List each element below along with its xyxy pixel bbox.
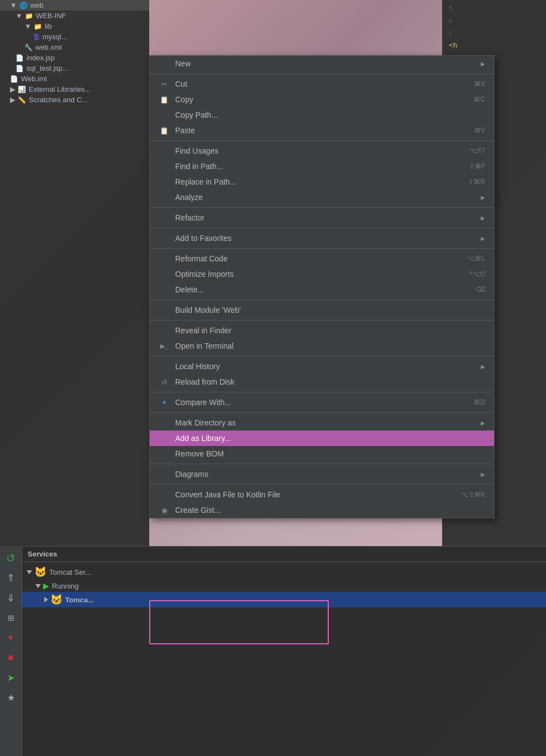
menu-item-replace-path[interactable]: Replace in Path... ⇧⌘R bbox=[150, 174, 494, 190]
services-header: Services bbox=[22, 547, 546, 562]
tree-item-mysql[interactable]: 🗜 mysql... bbox=[0, 32, 149, 42]
iml-icon: 📄 bbox=[10, 75, 18, 83]
tomcat-icon: 🐱 bbox=[34, 566, 46, 578]
jar-icon: 🗜 bbox=[33, 33, 40, 41]
run-services-icon[interactable]: ➤ bbox=[3, 670, 19, 685]
services-tree: 🐱 Tomcat Ser... ▶ Running 🐱 Tomca... bbox=[22, 562, 546, 610]
run-arrow-icon: ▶ bbox=[43, 581, 49, 590]
tree-item-web[interactable]: ▼ 🌐 web bbox=[0, 0, 149, 11]
menu-item-refactor[interactable]: Refactor bbox=[150, 210, 494, 225]
terminal-icon: ▶_ bbox=[159, 343, 170, 350]
expand-arrow-tomcat bbox=[27, 570, 32, 574]
jsp-sql-icon: 📄 bbox=[15, 65, 24, 72]
menu-item-analyze[interactable]: Analyze bbox=[150, 190, 494, 205]
menu-item-terminal[interactable]: ▶_ Open in Terminal bbox=[150, 338, 494, 354]
services-panel: ↺ ⇑ ⇓ ⊞ ▼ ■ ➤ ★ Services 🐱 Tomcat Ser...… bbox=[0, 546, 546, 756]
menu-item-cut[interactable]: ✂ Cut ⌘X bbox=[150, 76, 494, 92]
jsp-index-icon: 📄 bbox=[15, 54, 24, 62]
folder-lib-icon: 📁 bbox=[34, 23, 42, 30]
expand-arrow-instance bbox=[44, 597, 48, 602]
menu-item-paste[interactable]: 📋 Paste ⌘V bbox=[150, 123, 494, 138]
tree-item-webxml[interactable]: 🔧 web.xml bbox=[0, 42, 149, 53]
svc-item-tomcat[interactable]: 🐱 Tomcat Ser... bbox=[22, 564, 546, 580]
menu-item-reformat[interactable]: Reformat Code ⌥⌘L bbox=[150, 251, 494, 266]
reload-disk-icon: ↺ bbox=[159, 378, 170, 386]
services-content: Services 🐱 Tomcat Ser... ▶ Running 🐱 bbox=[22, 547, 546, 610]
tree-item-scratches[interactable]: ▶ ✏️ Scratches and C... bbox=[0, 95, 149, 105]
group-services-icon[interactable]: ⊞ bbox=[3, 610, 19, 626]
separator-6 bbox=[150, 300, 494, 300]
separator-1 bbox=[150, 74, 494, 74]
menu-item-copy-path[interactable]: Copy Path... bbox=[150, 107, 494, 123]
reload-services-icon[interactable]: ↺ bbox=[3, 550, 19, 566]
svc-item-tomcat-instance[interactable]: 🐱 Tomca... bbox=[22, 592, 546, 607]
menu-item-compare[interactable]: ✦ Compare With... ⌘D bbox=[150, 395, 494, 410]
file-tree-panel: ▼ 🌐 web ▼ 📁 WEB-INF ▼ 📁 lib 🗜 mysql... 🔧… bbox=[0, 0, 149, 553]
menu-item-find-path[interactable]: Find in Path... ⇧⌘F bbox=[150, 159, 494, 174]
menu-item-kotlin[interactable]: Convert Java File to Kotlin File ⌥⇧⌘K bbox=[150, 487, 494, 502]
copy-icon: 📋 bbox=[159, 96, 170, 104]
menu-item-reveal[interactable]: Reveal in Finder bbox=[150, 323, 494, 338]
menu-item-mark-dir[interactable]: Mark Directory as bbox=[150, 415, 494, 431]
collapse-services-icon[interactable]: ⇑ bbox=[3, 570, 19, 586]
tree-item-lib[interactable]: ▼ 📁 lib bbox=[0, 21, 149, 32]
tree-item-webinf[interactable]: ▼ 📁 WEB-INF bbox=[0, 11, 149, 21]
separator-9 bbox=[150, 392, 494, 392]
settings-services-icon[interactable]: ★ bbox=[3, 690, 19, 705]
folder-webinf-icon: 📁 bbox=[25, 12, 33, 20]
stop-services-icon[interactable]: ■ bbox=[3, 650, 19, 665]
separator-5 bbox=[150, 248, 494, 249]
xml-icon: 🔧 bbox=[24, 44, 33, 51]
code-line-4: <h bbox=[442, 40, 546, 53]
expand-arrow-running bbox=[35, 584, 41, 588]
separator-4 bbox=[150, 228, 494, 228]
separator-2 bbox=[150, 140, 494, 141]
folder-icon: 🌐 bbox=[19, 2, 28, 9]
svc-item-running[interactable]: ▶ Running bbox=[22, 580, 546, 592]
filter-services-icon[interactable]: ▼ bbox=[3, 630, 19, 645]
code-line-1: 5 bbox=[442, 2, 546, 15]
tomcat-instance-icon: 🐱 bbox=[50, 594, 62, 606]
code-line-3: 7 bbox=[442, 28, 546, 40]
collapse2-services-icon[interactable]: ⇓ bbox=[3, 590, 19, 606]
menu-item-copy[interactable]: 📋 Copy ⌘C bbox=[150, 92, 494, 107]
menu-item-diagrams[interactable]: Diagrams bbox=[150, 466, 494, 482]
context-menu: New ✂ Cut ⌘X 📋 Copy ⌘C Copy Path... 📋 Pa… bbox=[149, 55, 495, 518]
menu-item-build[interactable]: Build Module 'Web' bbox=[150, 302, 494, 318]
separator-7 bbox=[150, 320, 494, 321]
tree-item-ext-libs[interactable]: ▶ 📊 External Libraries... bbox=[0, 84, 149, 95]
cut-icon: ✂ bbox=[159, 80, 170, 88]
tree-item-indexjsp[interactable]: 📄 index.jsp bbox=[0, 53, 149, 63]
code-line-2: 6 bbox=[442, 15, 546, 28]
compare-icon: ✦ bbox=[159, 398, 170, 407]
menu-item-optimize[interactable]: Optimize Imports ^⌥O bbox=[150, 266, 494, 282]
menu-item-local-history[interactable]: Local History bbox=[150, 359, 494, 374]
menu-item-favorites[interactable]: Add to Favorites bbox=[150, 230, 494, 246]
menu-item-delete[interactable]: Delete... ⌫ bbox=[150, 282, 494, 297]
separator-12 bbox=[150, 484, 494, 485]
menu-item-reload[interactable]: ↺ Reload from Disk bbox=[150, 374, 494, 390]
services-icon-bar: ↺ ⇑ ⇓ ⊞ ▼ ■ ➤ ★ bbox=[0, 546, 22, 756]
separator-3 bbox=[150, 207, 494, 208]
tree-item-webiml[interactable]: 📄 Web.iml bbox=[0, 74, 149, 84]
library-icon: 📊 bbox=[18, 86, 26, 93]
tree-item-sqljsp[interactable]: 📄 sql_test.jsp... bbox=[0, 63, 149, 74]
menu-item-new[interactable]: New bbox=[150, 56, 494, 71]
menu-item-add-library[interactable]: Add as Library... bbox=[150, 431, 494, 446]
separator-8 bbox=[150, 356, 494, 356]
scratches-icon: ✏️ bbox=[18, 96, 26, 104]
separator-11 bbox=[150, 464, 494, 464]
separator-10 bbox=[150, 412, 494, 413]
paste-icon: 📋 bbox=[159, 127, 170, 135]
menu-item-gist[interactable]: ◉ Create Gist... bbox=[150, 502, 494, 518]
menu-item-find-usages[interactable]: Find Usages ⌥F7 bbox=[150, 143, 494, 159]
gist-icon: ◉ bbox=[159, 506, 170, 514]
menu-item-remove-bom[interactable]: Remove BOM bbox=[150, 446, 494, 461]
